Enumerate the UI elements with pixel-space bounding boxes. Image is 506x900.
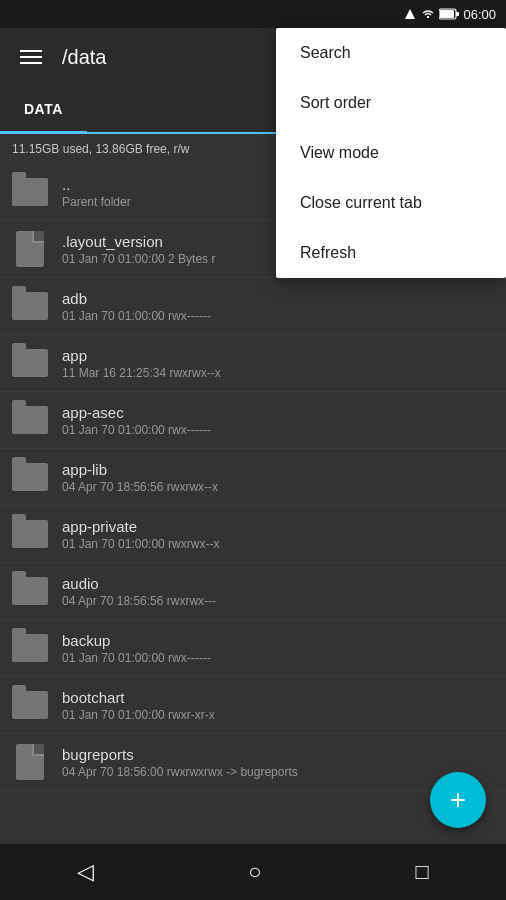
battery-icon (439, 8, 459, 20)
dropdown-item-sort-order[interactable]: Sort order (276, 78, 506, 128)
dropdown-item-view-mode[interactable]: View mode (276, 128, 506, 178)
dropdown-overlay[interactable] (0, 28, 276, 900)
svg-rect-1 (427, 16, 429, 18)
recent-apps-button[interactable]: □ (406, 849, 439, 895)
dropdown-item-refresh[interactable]: Refresh (276, 228, 506, 278)
dropdown-item-search[interactable]: Search (276, 28, 506, 78)
svg-rect-4 (456, 12, 459, 16)
dropdown-menu: SearchSort orderView modeClose current t… (276, 28, 506, 278)
wifi-icon (421, 7, 435, 21)
svg-rect-3 (440, 10, 454, 18)
status-icons: 06:00 (403, 7, 496, 22)
fab-icon: + (450, 784, 466, 816)
signal-icon (403, 7, 417, 21)
fab-button[interactable]: + (430, 772, 486, 828)
dropdown-item-close-tab[interactable]: Close current tab (276, 178, 506, 228)
status-time: 06:00 (463, 7, 496, 22)
status-bar: 06:00 (0, 0, 506, 28)
svg-marker-0 (405, 9, 415, 19)
